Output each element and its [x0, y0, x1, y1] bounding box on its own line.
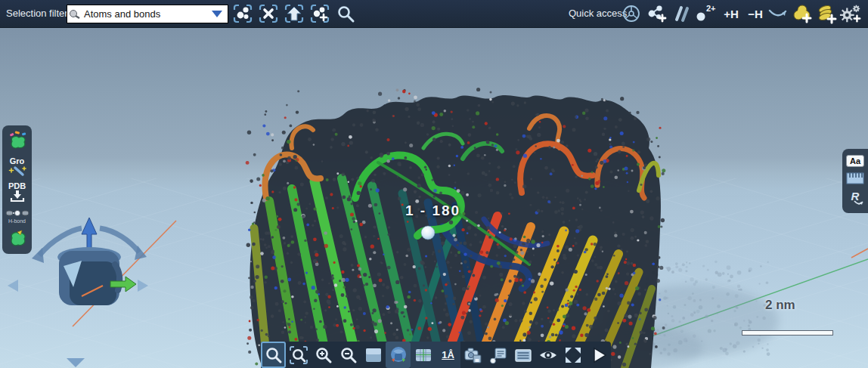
- background-icon: [364, 345, 383, 365]
- highlighted-atom-sphere[interactable]: [421, 226, 435, 240]
- background-style-button[interactable]: [361, 342, 386, 368]
- toggle-visibility-button[interactable]: [535, 342, 560, 368]
- measurement-ruler-button[interactable]: [842, 169, 868, 187]
- pdb-downloader-button[interactable]: PDB: [5, 179, 30, 206]
- axis-red-right: [851, 249, 868, 258]
- scene-canvas[interactable]: [0, 0, 868, 368]
- magnifier-select-icon: [263, 345, 284, 366]
- blob-confetti-icon: [6, 131, 29, 152]
- note-icon: [488, 345, 509, 366]
- chevron-down-icon: [212, 11, 222, 17]
- scale-bar: [742, 330, 833, 336]
- selection-filter-value: Atoms and bonds: [81, 8, 212, 20]
- protein-molecule[interactable]: [246, 88, 666, 368]
- add-hydrogens-button[interactable]: +H: [720, 2, 742, 25]
- bonds-icon: [671, 3, 692, 24]
- add-to-selection-button[interactable]: [308, 2, 331, 25]
- blob-fold-icon: [6, 229, 29, 249]
- add-group-button[interactable]: [791, 2, 814, 25]
- selection-filter-label: Selection filter: [6, 8, 68, 19]
- grid-icon: [414, 345, 433, 365]
- select-add-icon: [309, 3, 330, 24]
- pan-right-arrow[interactable]: [138, 280, 148, 292]
- periodic-table-button[interactable]: [620, 2, 643, 25]
- magnifier-region-icon: [288, 345, 309, 366]
- set-formal-charge-button[interactable]: 2+: [693, 2, 718, 25]
- quick-access-label: Quick access: [569, 8, 627, 19]
- scale-bar-label: 2 nm: [765, 298, 795, 313]
- selection-filter-dropdown[interactable]: Atoms and bonds: [67, 5, 228, 23]
- simulation-setup-button[interactable]: [839, 2, 862, 25]
- pan-left-arrow[interactable]: [8, 280, 18, 292]
- unit-angstrom-button[interactable]: 1Å: [436, 342, 460, 368]
- samson-molecular-editor: Selection filter Atoms and bonds: [0, 0, 868, 368]
- atoms-bonds-icon: [67, 8, 81, 21]
- eye-icon: [537, 345, 560, 366]
- change-bond-order-button[interactable]: [670, 2, 693, 25]
- fullscreen-icon: [563, 345, 584, 366]
- select-atoms-icon: [232, 3, 253, 24]
- ion-icon: 2+: [693, 3, 718, 24]
- zoom-region-button[interactable]: [286, 342, 311, 368]
- panel-lines-icon: [513, 345, 534, 366]
- expand-selection-up-button[interactable]: [283, 2, 305, 25]
- select-matching-button[interactable]: [231, 2, 254, 25]
- presenter-panel-button[interactable]: [510, 342, 535, 368]
- add-atoms-button[interactable]: [644, 2, 667, 25]
- left-toolbar-dock: Gro PDB H-bond: [2, 125, 32, 254]
- selection-range-label: 1 - 180: [405, 203, 460, 219]
- deselect-all-button[interactable]: [257, 2, 280, 25]
- zoom-to-selection-button[interactable]: [261, 342, 286, 368]
- download-icon: [8, 190, 27, 203]
- svg-text:2+: 2+: [706, 4, 716, 13]
- minimize-energy-button[interactable]: [767, 2, 789, 25]
- add-chain-button[interactable]: [815, 2, 838, 25]
- rotate-arrow-icon: [854, 199, 864, 207]
- remove-hydrogens-button[interactable]: −H: [744, 2, 767, 25]
- select-up-icon: [284, 3, 305, 24]
- pan-down-arrow[interactable]: [67, 358, 85, 367]
- text-annotation-button[interactable]: Aa: [842, 153, 868, 169]
- play-icon: [587, 345, 609, 366]
- ruler-icon: [846, 172, 864, 185]
- h-bond-finder-button[interactable]: H-bond: [5, 206, 30, 227]
- zoom-out-button[interactable]: [336, 342, 361, 368]
- rotation-label-button[interactable]: R: [842, 187, 868, 209]
- h-bond-icon: [5, 208, 29, 218]
- gromacs-tool-button[interactable]: Gro: [5, 154, 30, 179]
- blob-plus-icon: [791, 3, 814, 24]
- camera-save-icon: [463, 345, 484, 366]
- curved-arrow-icon: [767, 3, 789, 24]
- wheel-icon: [621, 3, 642, 24]
- right-toolbar-dock: Aa R: [842, 149, 868, 213]
- top-toolbar: Selection filter Atoms and bonds: [0, 0, 868, 28]
- orientation-gizmo-button[interactable]: [386, 342, 411, 368]
- cube-body[interactable]: [57, 247, 121, 305]
- gears-plus-icon: [839, 3, 862, 24]
- viewport-bottom-toolbar: 1Å: [261, 342, 611, 368]
- zoom-in-icon: [313, 345, 334, 366]
- zoom-out-icon: [338, 345, 359, 366]
- gizmo-cube-icon: [388, 345, 409, 366]
- zoom-in-button[interactable]: [311, 342, 336, 368]
- blobs-plus-icon: [815, 3, 838, 24]
- play-animation-button[interactable]: [585, 342, 610, 368]
- secondary-structure-button[interactable]: [5, 227, 30, 251]
- find-button[interactable]: [334, 2, 357, 25]
- ground-grid-button[interactable]: [411, 342, 436, 368]
- save-snapshot-button[interactable]: [460, 342, 485, 368]
- add-atoms-icon: [644, 3, 667, 24]
- deselect-icon: [258, 3, 279, 24]
- fullscreen-button[interactable]: [560, 342, 585, 368]
- magic-wand-icon: [8, 165, 27, 177]
- visual-preset-button[interactable]: [5, 128, 30, 154]
- add-label-button[interactable]: [485, 342, 510, 368]
- magnifier-icon: [336, 4, 355, 23]
